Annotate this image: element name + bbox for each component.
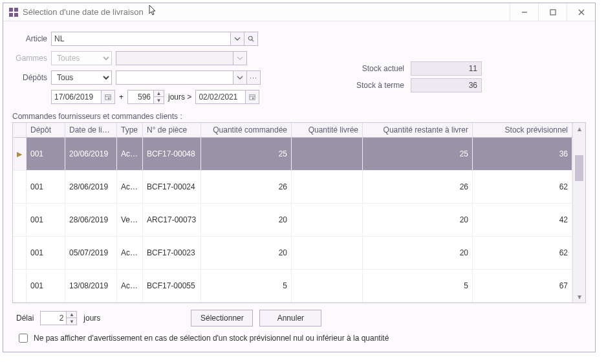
cell-prev: 67 — [473, 270, 572, 303]
label-article: Article — [12, 34, 51, 43]
gammes-detail-input — [116, 51, 233, 65]
cell-piece: ARC17-00073 — [143, 204, 201, 237]
cell-cmd: 20 — [201, 204, 292, 237]
col-cmd[interactable]: Quantité commandée — [201, 123, 292, 138]
svg-rect-8 — [108, 98, 110, 100]
days-stepper[interactable]: ▲▼ — [127, 90, 164, 104]
cell-cmd: 20 — [201, 237, 292, 270]
svg-line-5 — [252, 40, 254, 41]
table-row[interactable]: 00128/06/2019Ve…ARC17-00073202042 — [13, 204, 572, 237]
delai-down[interactable]: ▼ — [67, 318, 76, 325]
close-button[interactable] — [567, 3, 595, 21]
depots-detail-dropdown[interactable] — [233, 70, 247, 85]
col-prev[interactable]: Stock prévisionnel — [473, 123, 572, 138]
cell-type: Ac… — [117, 270, 143, 303]
delai-stepper[interactable]: ▲▼ — [40, 311, 77, 325]
scroll-up-icon[interactable]: ▴ — [573, 123, 585, 134]
cell-type: Ve… — [117, 204, 143, 237]
date-to-input[interactable] — [195, 90, 246, 104]
cell-date: 28/06/2019 — [65, 204, 117, 237]
label-jours-sup: jours > — [164, 92, 195, 102]
cell-livree — [292, 270, 363, 303]
select-button[interactable]: Sélectionner — [191, 310, 253, 327]
cell-date: 05/07/2019 — [65, 237, 117, 270]
cell-cmd: 26 — [201, 171, 292, 204]
cell-date: 28/06/2019 — [65, 171, 117, 204]
row-marker — [13, 171, 27, 204]
table-row[interactable]: 00105/07/2019Ac…BCF17-00023202062 — [13, 237, 572, 270]
svg-rect-11 — [252, 98, 254, 100]
gammes-detail-dropdown — [233, 51, 247, 65]
cell-reste: 26 — [363, 171, 473, 204]
cell-type: Ac… — [117, 138, 143, 171]
cell-livree — [292, 171, 363, 204]
cell-reste: 20 — [363, 237, 473, 270]
cell-cmd: 25 — [201, 138, 292, 171]
article-dropdown-button[interactable] — [230, 32, 244, 46]
cell-piece: BCF17-00055 — [143, 270, 201, 303]
cell-reste: 20 — [363, 204, 473, 237]
row-marker — [13, 270, 27, 303]
cell-type: Ac… — [117, 237, 143, 270]
col-date[interactable]: Date de li… — [65, 123, 117, 138]
days-input[interactable] — [127, 90, 153, 104]
depots-select[interactable]: Tous — [51, 70, 112, 85]
days-down[interactable]: ▼ — [154, 97, 164, 103]
date-from-input[interactable] — [51, 90, 102, 104]
cell-depot: 001 — [27, 138, 65, 171]
date-from-calendar-button[interactable] — [101, 90, 115, 104]
date-to-calendar-button[interactable] — [245, 90, 259, 104]
col-type[interactable]: Type — [117, 123, 143, 138]
article-search-button[interactable] — [244, 32, 258, 46]
label-gammes: Gammes — [12, 54, 51, 63]
cell-piece: BCF17-00024 — [143, 171, 201, 204]
table-row[interactable]: 00113/08/2019Ac…BCF17-000555567 — [13, 270, 572, 303]
col-livree[interactable]: Quantité livrée — [292, 123, 363, 138]
cell-prev: 62 — [473, 171, 572, 204]
label-stock-terme: Stock à terme — [333, 81, 411, 90]
col-depot[interactable]: Dépôt — [27, 123, 65, 138]
days-up[interactable]: ▲ — [154, 91, 164, 97]
scroll-down-icon[interactable]: ▾ — [573, 291, 585, 303]
cell-depot: 001 — [27, 270, 65, 303]
cell-piece: BCF17-00048 — [143, 138, 201, 171]
grid-scrollbar[interactable]: ▴ ▾ — [572, 123, 585, 303]
delai-up[interactable]: ▲ — [67, 312, 76, 318]
depots-detail-input[interactable] — [116, 70, 233, 85]
delai-input[interactable] — [40, 311, 66, 325]
label-jours: jours — [83, 314, 100, 323]
table-row[interactable]: 00128/06/2019Ac…BCF17-00024262662 — [13, 171, 572, 204]
cell-reste: 25 — [363, 138, 473, 171]
cancel-button[interactable]: Annuler — [259, 310, 321, 327]
cell-prev: 42 — [473, 204, 572, 237]
value-stock-actuel: 11 — [411, 61, 482, 76]
cell-piece: BCF17-00023 — [143, 237, 201, 270]
minimize-button[interactable] — [510, 3, 538, 21]
header-row: Dépôt Date de li… Type N° de pièce Quant… — [13, 123, 572, 138]
scroll-thumb[interactable] — [575, 155, 583, 181]
cell-prev: 36 — [473, 138, 572, 171]
article-input[interactable] — [51, 32, 231, 46]
cell-depot: 001 — [27, 237, 65, 270]
gammes-select: Toutes — [51, 51, 112, 65]
no-warning-checkbox[interactable] — [19, 334, 28, 343]
value-stock-terme: 36 — [411, 78, 482, 92]
col-piece[interactable]: N° de pièce — [143, 123, 201, 138]
window-title: Sélection d'une date de livraison — [23, 7, 510, 17]
cell-date: 20/06/2019 — [65, 138, 117, 171]
dialog-window: Sélection d'une date de livraison Articl… — [3, 3, 596, 352]
calendar-icon — [249, 94, 255, 100]
svg-rect-1 — [550, 10, 556, 15]
maximize-button[interactable] — [538, 3, 567, 21]
cell-depot: 001 — [27, 171, 65, 204]
cell-livree — [292, 204, 363, 237]
label-delai: Délai — [16, 314, 34, 323]
row-marker — [13, 237, 27, 270]
cell-date: 13/08/2019 — [65, 270, 117, 303]
col-reste[interactable]: Quantité restante à livrer — [363, 123, 473, 138]
label-stock-actuel: Stock actuel — [333, 64, 411, 73]
table-row[interactable]: ▶00120/06/2019Ac…BCF17-00048252536 — [13, 138, 572, 171]
depots-browse-button[interactable]: ··· — [246, 70, 261, 85]
cell-prev: 62 — [473, 237, 572, 270]
orders-table[interactable]: Dépôt Date de li… Type N° de pièce Quant… — [13, 123, 572, 303]
